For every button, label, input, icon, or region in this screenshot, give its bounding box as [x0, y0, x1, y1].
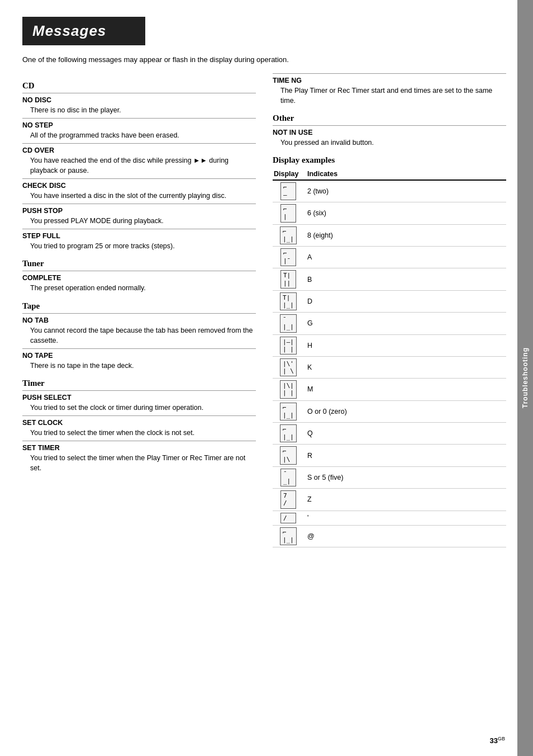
table-row: T| ||B	[273, 268, 506, 290]
display-cell: /	[273, 511, 306, 525]
indicates-cell: 8 (eight)	[306, 224, 506, 246]
complete-text: The preset operation ended normally.	[30, 283, 256, 293]
cd-over-subsection: CD OVER You have reached the end of the …	[22, 143, 256, 176]
table-row: ⌐ |¯A	[273, 247, 506, 268]
push-stop-subsection: PUSH STOP You pressed PLAY MODE during p…	[22, 204, 256, 226]
no-step-title: NO STEP	[22, 121, 256, 129]
not-in-use-title: NOT IN USE	[273, 129, 506, 136]
tuner-section: Tuner COMPLETE The preset operation ende…	[22, 259, 256, 293]
display-cell: ¯ _|	[273, 466, 306, 488]
col-display-header: Display	[273, 168, 306, 180]
table-row: ⌐ |_|@	[273, 525, 506, 547]
right-tab: Troubleshooting	[517, 0, 533, 756]
display-cell: ⌐ —	[273, 180, 306, 202]
push-stop-title: PUSH STOP	[22, 207, 256, 215]
no-disc-title: NO DISC	[22, 96, 256, 104]
table-row: |\' | \K	[273, 356, 506, 378]
display-cell: ⌐ |_|	[273, 423, 306, 445]
no-tab-text: You cannot record the tape because the t…	[30, 325, 256, 346]
set-timer-title: SET TIMER	[22, 444, 256, 452]
display-cell: |—| | |	[273, 334, 306, 356]
set-clock-subsection: SET CLOCK You tried to select the timer …	[22, 415, 256, 438]
indicates-cell: R	[306, 445, 506, 466]
table-header-row: Display Indicates	[273, 168, 506, 180]
step-full-title: STEP FULL	[22, 232, 256, 240]
indicates-cell: K	[306, 356, 506, 378]
table-row: |—| | |H	[273, 334, 506, 356]
indicates-cell: O or 0 (zero)	[306, 400, 506, 422]
display-cell: ¯ |_|	[273, 313, 306, 334]
cd-section-title: CD	[22, 81, 256, 91]
push-select-text: You tried to set the clock or timer duri…	[30, 403, 256, 413]
indicates-cell: B	[306, 268, 506, 290]
left-column: CD NO DISC There is no disc in the playe…	[22, 73, 256, 552]
table-row: ⌐ —2 (two)	[273, 180, 506, 202]
set-clock-title: SET CLOCK	[22, 419, 256, 427]
set-timer-text: You tried to select the timer when the P…	[30, 453, 256, 473]
table-row: ⌐ |_|8 (eight)	[273, 224, 506, 246]
no-tape-title: NO TAPE	[22, 352, 256, 360]
step-full-text: You tried to program 25 or more tracks (…	[30, 241, 256, 251]
page: Messages One of the following messages m…	[0, 0, 533, 756]
right-column: TIME NG The Play Timer or Rec Timer star…	[273, 73, 506, 552]
cd-over-title: CD OVER	[22, 147, 256, 154]
cd-over-text: You have reached the end of the disc whi…	[30, 155, 256, 176]
table-row: 7 /Z	[273, 489, 506, 511]
indicates-cell: 2 (two)	[306, 180, 506, 202]
other-section-title: Other	[273, 114, 506, 123]
display-cell: ⌐ |_|	[273, 224, 306, 246]
table-row: ¯ _|S or 5 (five)	[273, 466, 506, 488]
no-tab-title: NO TAB	[22, 316, 256, 324]
timer-section-title: Timer	[22, 379, 256, 388]
table-row: ⌐ |_|O or 0 (zero)	[273, 400, 506, 422]
display-cell: ⌐ |¯	[273, 247, 306, 268]
display-cell: ⌐ |_|	[273, 525, 306, 547]
indicates-cell: @	[306, 525, 506, 547]
set-timer-subsection: SET TIMER You tried to select the timer …	[22, 441, 256, 473]
display-cell: T| ||	[273, 268, 306, 290]
display-cell: |\' | \	[273, 356, 306, 378]
indicates-cell: H	[306, 334, 506, 356]
two-column-layout: CD NO DISC There is no disc in the playe…	[22, 73, 506, 552]
time-ng-section: TIME NG The Play Timer or Rec Timer star…	[273, 73, 506, 106]
intro-text: One of the following messages may appear…	[22, 54, 506, 65]
indicates-cell: '	[306, 511, 506, 525]
not-in-use-text: You pressed an invalid button.	[280, 138, 506, 148]
indicates-cell: 6 (six)	[306, 202, 506, 224]
display-examples-title: Display examples	[273, 155, 506, 165]
page-number-value: 33	[490, 736, 498, 745]
no-step-subsection: NO STEP All of the programmed tracks hav…	[22, 118, 256, 140]
complete-subsection: COMPLETE The preset operation ended norm…	[22, 271, 256, 293]
page-number: 33GB	[490, 736, 505, 745]
not-in-use-subsection: NOT IN USE You pressed an invalid button…	[273, 125, 506, 148]
display-cell: T| |_|	[273, 290, 306, 312]
indicates-cell: G	[306, 313, 506, 334]
page-number-suffix: GB	[498, 736, 505, 741]
right-tab-label: Troubleshooting	[521, 348, 529, 409]
no-tape-subsection: NO TAPE There is no tape in the tape dec…	[22, 348, 256, 371]
table-row: ⌐ |6 (six)	[273, 202, 506, 224]
indicates-cell: M	[306, 379, 506, 400]
no-disc-subsection: NO DISC There is no disc in the player.	[22, 93, 256, 115]
display-examples-table: Display Indicates ⌐ —2 (two)⌐ |6 (six)⌐ …	[273, 168, 506, 547]
no-step-text: All of the programmed tracks have been e…	[30, 130, 256, 140]
display-cell: |\| | |	[273, 379, 306, 400]
indicates-cell: Q	[306, 423, 506, 445]
table-row: ¯ |_|G	[273, 313, 506, 334]
display-cell: ⌐ |	[273, 202, 306, 224]
table-row: ⌐ |_|Q	[273, 423, 506, 445]
page-title: Messages	[32, 22, 135, 40]
timer-section: Timer PUSH SELECT You tried to set the c…	[22, 379, 256, 474]
push-stop-text: You pressed PLAY MODE during playback.	[30, 216, 256, 226]
display-cell: ⌐ |\	[273, 445, 306, 466]
no-disc-text: There is no disc in the player.	[30, 105, 256, 115]
main-content: Messages One of the following messages m…	[0, 0, 517, 756]
check-disc-title: CHECK DISC	[22, 182, 256, 190]
complete-title: COMPLETE	[22, 274, 256, 282]
indicates-cell: D	[306, 290, 506, 312]
time-ng-text: The Play Timer or Rec Timer start and en…	[280, 86, 506, 106]
display-cell: ⌐ |_|	[273, 400, 306, 422]
col-indicates-header: Indicates	[306, 168, 506, 180]
time-ng-title: TIME NG	[273, 77, 506, 84]
check-disc-text: You have inserted a disc in the slot of …	[30, 191, 256, 201]
